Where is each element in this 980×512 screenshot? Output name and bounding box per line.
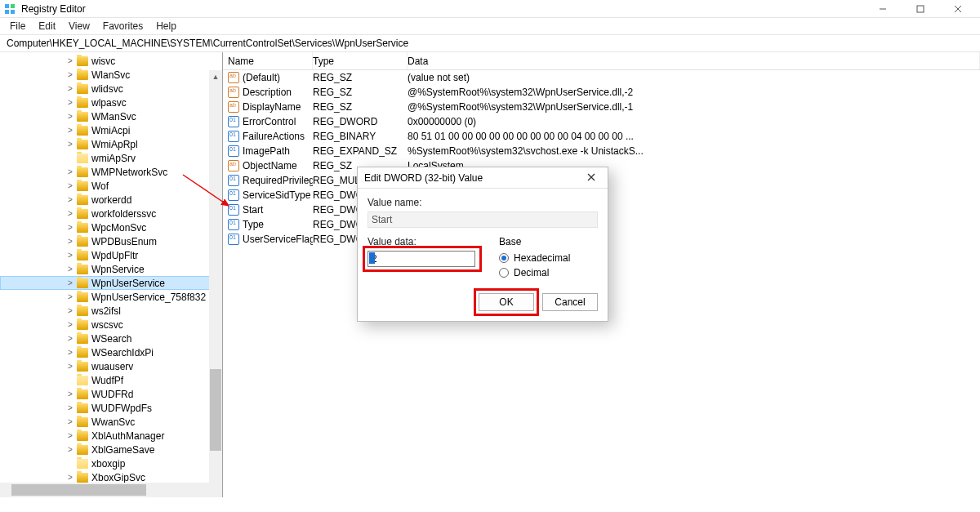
tree-item-WwanSvc[interactable]: >WwanSvc [0, 415, 222, 429]
tree-item-WpnUserService[interactable]: >WpnUserService [0, 276, 222, 290]
expander-icon[interactable]: > [65, 417, 75, 426]
scroll-up-icon[interactable]: ▲ [209, 70, 222, 83]
menu-help[interactable]: Help [151, 19, 181, 33]
ok-button[interactable]: OK [479, 293, 534, 311]
tree-label: xboxgip [91, 458, 125, 470]
tree-item-wmiApSrv[interactable]: wmiApSrv [0, 151, 222, 165]
tree-label: WpnUserService [91, 278, 165, 289]
dialog-title: Edit DWORD (32-bit) Value [364, 172, 581, 184]
expander-icon[interactable]: > [65, 306, 75, 315]
value-name: ImagePath [243, 145, 290, 157]
tree-item-WpnService[interactable]: >WpnService [0, 262, 222, 276]
tree-item-wlpasvc[interactable]: >wlpasvc [0, 96, 222, 109]
radio-decimal[interactable]: Decimal [499, 265, 598, 280]
tree-item-wlidsvc[interactable]: >wlidsvc [0, 82, 222, 96]
tree-item-WSearchIdxPi[interactable]: >WSearchIdxPi [0, 345, 222, 359]
cancel-button[interactable]: Cancel [542, 293, 598, 311]
list-row-ErrorControl[interactable]: ErrorControlREG_DWORD0x00000000 (0) [223, 114, 980, 129]
value-data-field[interactable] [368, 251, 475, 267]
list-row-DisplayName[interactable]: DisplayNameREG_SZ@%SystemRoot%\system32\… [223, 100, 980, 114]
column-name[interactable]: Name [223, 52, 313, 69]
tree-item-WMPNetworkSvc[interactable]: >WMPNetworkSvc [0, 165, 222, 179]
radio-hexadecimal[interactable]: Hexadecimal [499, 251, 598, 265]
tree-item-WmiAcpi[interactable]: >WmiAcpi [0, 123, 222, 137]
tree-item-WpdUpFltr[interactable]: >WpdUpFltr [0, 248, 222, 262]
expander-icon[interactable]: > [65, 278, 75, 287]
expander-icon[interactable]: > [65, 431, 75, 440]
tree-item-WUDFWpdFs[interactable]: >WUDFWpdFs [0, 401, 222, 415]
expander-icon[interactable]: > [65, 56, 75, 65]
expander-icon[interactable]: > [65, 251, 75, 260]
list-row-(Default)[interactable]: (Default)REG_SZ(value not set) [223, 70, 980, 85]
tree-item-wscsvc[interactable]: >wscsvc [0, 318, 222, 332]
expander-icon[interactable]: > [65, 84, 75, 93]
value-name: DisplayName [243, 101, 301, 113]
tree-item-workerdd[interactable]: >workerdd [0, 193, 222, 207]
tree-label: wisvc [91, 56, 115, 67]
tree-item-wuauserv[interactable]: >wuauserv [0, 359, 222, 373]
tree-pane[interactable]: >wisvc>WlanSvc>wlidsvc>wlpasvc>WManSvc>W… [0, 52, 223, 497]
list-header[interactable]: Name Type Data [223, 52, 980, 70]
expander-icon[interactable]: > [65, 195, 75, 204]
folder-icon [77, 56, 88, 66]
maximize-button[interactable] [902, 0, 939, 18]
expander-icon[interactable]: > [65, 362, 75, 371]
tree-item-WpnUserService_758f832[interactable]: >WpnUserService_758f832 [0, 290, 222, 304]
list-row-ImagePath[interactable]: ImagePathREG_EXPAND_SZ%SystemRoot%\syste… [223, 144, 980, 158]
tree-item-WSearch[interactable]: >WSearch [0, 332, 222, 345]
expander-icon[interactable]: > [65, 126, 75, 135]
tree-item-Wof[interactable]: >Wof [0, 179, 222, 193]
expander-icon[interactable]: > [65, 70, 75, 79]
tree-item-WlanSvc[interactable]: >WlanSvc [0, 68, 222, 82]
tree-hscrollbar[interactable] [0, 483, 222, 497]
close-button[interactable] [939, 0, 977, 18]
minimize-button[interactable] [864, 0, 902, 18]
tree-item-XblAuthManager[interactable]: >XblAuthManager [0, 429, 222, 443]
tree-item-WpcMonSvc[interactable]: >WpcMonSvc [0, 220, 222, 234]
expander-icon[interactable]: > [65, 98, 75, 107]
tree-item-WmiApRpl[interactable]: >WmiApRpl [0, 137, 222, 151]
expander-icon[interactable]: > [65, 320, 75, 329]
expander-icon[interactable]: > [65, 292, 75, 301]
expander-icon[interactable]: > [65, 403, 75, 412]
expander-icon[interactable]: > [65, 265, 75, 274]
column-data[interactable]: Data [408, 52, 980, 69]
tree-item-WUDFRd[interactable]: >WUDFRd [0, 387, 222, 401]
value-data: (value not set) [408, 72, 980, 83]
menu-file[interactable]: File [5, 19, 30, 33]
tree-item-workfolderssvc[interactable]: >workfolderssvc [0, 207, 222, 220]
expander-icon[interactable]: > [65, 140, 75, 149]
expander-icon[interactable]: > [65, 390, 75, 398]
hscroll-thumb[interactable] [11, 484, 146, 496]
folder-icon [77, 431, 88, 441]
folder-icon [77, 223, 88, 233]
address-bar[interactable]: Computer\HKEY_LOCAL_MACHINE\SYSTEM\Curre… [0, 34, 980, 52]
dialog-close-button[interactable] [581, 172, 601, 184]
tree-item-WudfPf[interactable]: WudfPf [0, 373, 222, 387]
expander-icon[interactable]: > [65, 348, 75, 357]
tree-vscrollbar[interactable]: ▲ ▼ [209, 70, 222, 497]
tree-item-XblGameSave[interactable]: >XblGameSave [0, 443, 222, 456]
list-row-Description[interactable]: DescriptionREG_SZ@%SystemRoot%\system32\… [223, 85, 980, 100]
expander-icon[interactable]: > [65, 334, 75, 343]
tree-item-WManSvc[interactable]: >WManSvc [0, 109, 222, 123]
dialog-titlebar[interactable]: Edit DWORD (32-bit) Value [358, 167, 608, 189]
expander-icon[interactable]: > [65, 445, 75, 454]
expander-icon[interactable]: > [65, 473, 75, 482]
expander-icon[interactable]: > [65, 112, 75, 121]
expander-icon[interactable]: > [65, 181, 75, 190]
tree-item-WPDBusEnum[interactable]: >WPDBusEnum [0, 234, 222, 248]
menu-view[interactable]: View [64, 19, 95, 33]
expander-icon[interactable]: > [65, 209, 75, 218]
scroll-thumb[interactable] [210, 369, 221, 451]
tree-item-xboxgip[interactable]: xboxgip [0, 456, 222, 470]
list-row-FailureActions[interactable]: FailureActionsREG_BINARY80 51 01 00 00 0… [223, 129, 980, 144]
expander-icon[interactable]: > [65, 167, 75, 176]
menu-favorites[interactable]: Favorites [98, 19, 148, 33]
tree-item-ws2ifsl[interactable]: >ws2ifsl [0, 304, 222, 318]
expander-icon[interactable]: > [65, 223, 75, 232]
menu-edit[interactable]: Edit [33, 19, 60, 33]
column-type[interactable]: Type [313, 52, 408, 69]
expander-icon[interactable]: > [65, 237, 75, 246]
tree-item-wisvc[interactable]: >wisvc [0, 54, 222, 68]
